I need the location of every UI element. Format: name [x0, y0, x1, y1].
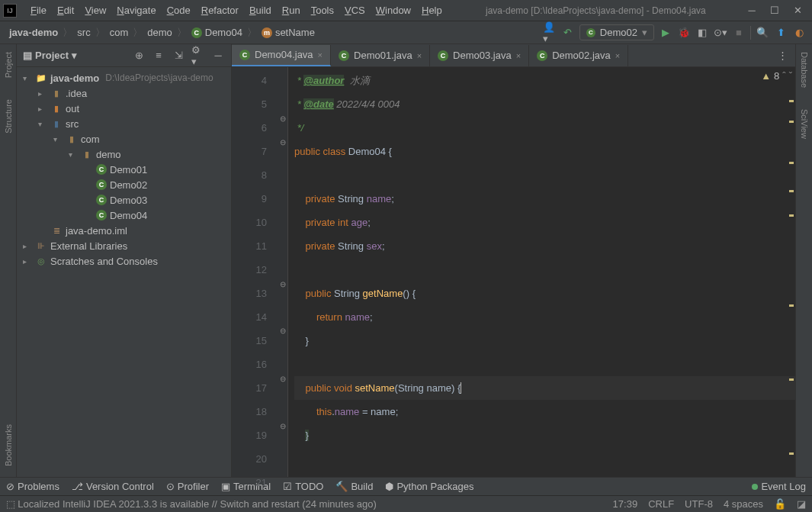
- tab-more-icon[interactable]: ⋮: [770, 50, 795, 61]
- tool-bookmarks[interactable]: Bookmarks: [2, 421, 14, 469]
- fold-toggle-icon[interactable]: ⊖: [279, 114, 287, 122]
- crumb-src[interactable]: src: [74, 25, 93, 40]
- settings-icon[interactable]: ⚙ ▾: [191, 49, 205, 63]
- debug-button[interactable]: 🐞: [677, 26, 691, 40]
- tree-ext-lib[interactable]: ▸⊪External Libraries: [17, 238, 231, 253]
- tab-close-icon[interactable]: ×: [318, 50, 323, 60]
- code-editor[interactable]: 456789101112131415161718192021 ⊖⊖⊖⊖⊖⊖ * …: [232, 67, 795, 477]
- crumb-project[interactable]: java-demo: [6, 25, 61, 40]
- tab-demo04-java[interactable]: CDemo04.java×: [232, 45, 331, 66]
- user-icon[interactable]: 👤▾: [543, 26, 557, 40]
- tree-class-demo02[interactable]: CDemo02: [17, 177, 231, 192]
- menu-run[interactable]: Run: [278, 3, 305, 18]
- close-button[interactable]: ✕: [792, 5, 803, 16]
- tree-root[interactable]: ▾📁 java-demo D:\IdeaProjects\java-demo: [17, 70, 231, 85]
- tree-com[interactable]: ▾▮com: [17, 131, 231, 147]
- profile-button[interactable]: ⊙▾: [714, 26, 727, 40]
- status-notification-icon[interactable]: ⬚: [6, 498, 15, 510]
- tab-demo01-java[interactable]: CDemo01.java×: [331, 45, 430, 66]
- fold-gutter[interactable]: ⊖⊖⊖⊖⊖⊖: [278, 67, 288, 477]
- fold-toggle-icon[interactable]: ⊖: [279, 375, 287, 382]
- app-icon: IJ: [3, 4, 17, 18]
- coverage-button[interactable]: ◧: [695, 26, 709, 40]
- event-log-tab[interactable]: Event Log: [752, 481, 806, 492]
- menu-build[interactable]: Build: [245, 3, 276, 18]
- line-number-gutter[interactable]: 456789101112131415161718192021: [232, 67, 278, 477]
- tree-idea[interactable]: ▸▮.idea: [17, 85, 231, 101]
- tool-project[interactable]: Project: [2, 49, 14, 81]
- minimize-button[interactable]: ─: [746, 5, 757, 16]
- caret-position[interactable]: 17:39: [613, 498, 638, 510]
- stop-button[interactable]: ■: [732, 26, 746, 40]
- ide-update-icon[interactable]: ◐: [792, 26, 806, 40]
- profiler-tab[interactable]: ⊙Profiler: [166, 481, 209, 492]
- error-stripe[interactable]: [788, 67, 795, 477]
- readonly-icon[interactable]: 🔓: [774, 498, 786, 510]
- editor-area: CDemo04.java×CDemo01.java×CDemo03.java×C…: [232, 44, 795, 477]
- menu-vcs[interactable]: VCS: [340, 3, 370, 18]
- menu-window[interactable]: Window: [371, 3, 416, 18]
- crumb-class[interactable]: CDemo04: [188, 25, 246, 40]
- menu-file[interactable]: File: [26, 3, 51, 18]
- fold-toggle-icon[interactable]: ⊖: [279, 138, 287, 146]
- hide-icon[interactable]: ─: [211, 49, 225, 63]
- project-tool-window: ▤ Project ▾ ⊕ ≡ ⇲ ⚙ ▾ ─ ▾📁 java-demo D:\…: [17, 44, 232, 477]
- fold-toggle-icon[interactable]: ⊖: [279, 327, 287, 334]
- tree-iml[interactable]: ≣java-demo.iml: [17, 223, 231, 238]
- tree-class-demo04[interactable]: CDemo04: [17, 208, 231, 223]
- maximize-button[interactable]: ☐: [769, 5, 780, 16]
- project-tree[interactable]: ▾📁 java-demo D:\IdeaProjects\java-demo ▸…: [17, 67, 231, 477]
- menu-navigate[interactable]: Navigate: [112, 3, 160, 18]
- tab-close-icon[interactable]: ×: [417, 51, 422, 60]
- menu-code[interactable]: Code: [162, 3, 195, 18]
- vcs-tab[interactable]: ⎇Version Control: [72, 481, 154, 492]
- bottom-tool-bar: ⊘Problems ⎇Version Control ⊙Profiler ▣Te…: [0, 477, 812, 495]
- collapse-all-icon[interactable]: ⇲: [172, 49, 185, 63]
- file-encoding[interactable]: UTF-8: [685, 498, 713, 510]
- tab-close-icon[interactable]: ×: [615, 51, 620, 60]
- tree-class-demo03[interactable]: CDemo03: [17, 192, 231, 208]
- status-extra-icon[interactable]: ◪: [797, 498, 806, 510]
- menu-bar: FileEditViewNavigateCodeRefactorBuildRun…: [21, 2, 451, 20]
- crumb-demo[interactable]: demo: [144, 25, 175, 40]
- crumb-com[interactable]: com: [107, 25, 132, 40]
- title-bar: IJ FileEditViewNavigateCodeRefactorBuild…: [0, 0, 812, 21]
- tab-close-icon[interactable]: ×: [516, 51, 521, 60]
- warning-icon: ▲: [761, 70, 771, 82]
- todo-tab[interactable]: ☑TODO: [283, 481, 323, 492]
- status-message[interactable]: Localized IntelliJ IDEA 2021.3.3 is avai…: [18, 498, 376, 510]
- search-icon[interactable]: 🔍: [756, 26, 769, 40]
- tool-sciview[interactable]: SciView: [798, 106, 810, 142]
- menu-refactor[interactable]: Refactor: [197, 3, 243, 18]
- select-opened-icon[interactable]: ⊕: [132, 49, 146, 63]
- tree-src[interactable]: ▾▮src: [17, 116, 231, 131]
- python-tab[interactable]: ⬢Python Packages: [385, 481, 473, 492]
- project-panel-title[interactable]: ▤ Project ▾: [23, 50, 77, 61]
- sync-icon[interactable]: ⬆: [774, 26, 788, 40]
- tab-demo02-java[interactable]: CDemo02.java×: [529, 45, 628, 66]
- crumb-method[interactable]: msetName: [258, 25, 318, 40]
- problems-tab[interactable]: ⊘Problems: [6, 481, 59, 492]
- navigation-bar: java-demo 〉 src 〉 com 〉 demo 〉 CDemo04 〉…: [0, 21, 812, 44]
- expand-all-icon[interactable]: ≡: [152, 49, 165, 63]
- menu-view[interactable]: View: [80, 3, 111, 18]
- menu-tools[interactable]: Tools: [307, 3, 339, 18]
- tree-demo[interactable]: ▾▮demo: [17, 147, 231, 162]
- back-icon[interactable]: ↶: [561, 26, 575, 40]
- menu-edit[interactable]: Edit: [53, 3, 79, 18]
- tab-demo03-java[interactable]: CDemo03.java×: [430, 45, 529, 66]
- tool-database[interactable]: Database: [798, 49, 810, 91]
- indent-widget[interactable]: 4 spaces: [724, 498, 763, 510]
- run-button[interactable]: ▶: [659, 26, 672, 40]
- build-tab[interactable]: 🔨Build: [335, 481, 373, 492]
- fold-toggle-icon[interactable]: ⊖: [279, 280, 287, 288]
- run-config-selector[interactable]: C Demo02 ▾: [579, 24, 654, 40]
- tool-structure[interactable]: Structure: [2, 96, 14, 137]
- tree-out[interactable]: ▸▮out: [17, 101, 231, 116]
- right-tool-gutter: Database SciView: [795, 44, 812, 477]
- tree-class-demo01[interactable]: CDemo01: [17, 162, 231, 177]
- tree-scratch[interactable]: ▸◎Scratches and Consoles: [17, 253, 231, 269]
- menu-help[interactable]: Help: [417, 3, 447, 18]
- line-separator[interactable]: CRLF: [648, 498, 674, 510]
- fold-toggle-icon[interactable]: ⊖: [279, 422, 287, 430]
